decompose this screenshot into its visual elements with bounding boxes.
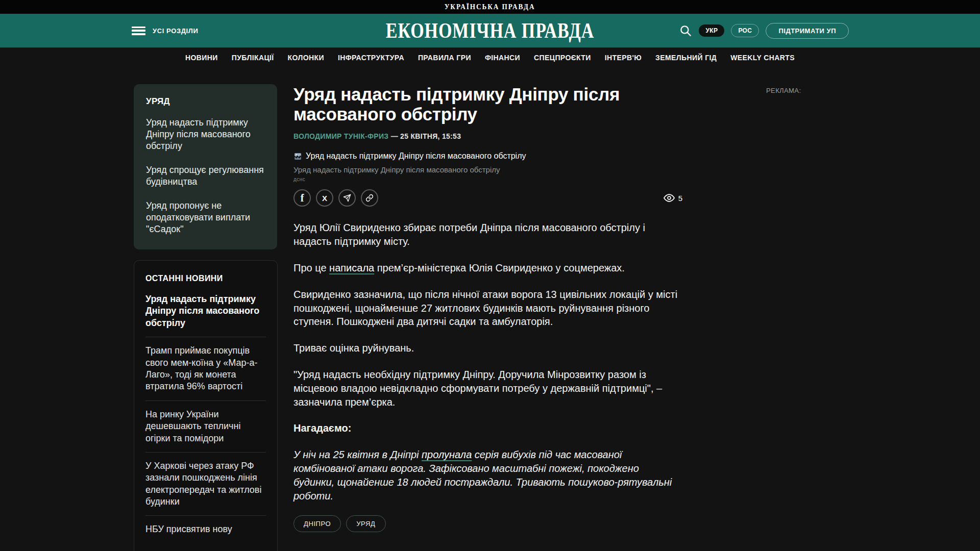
- latest-news-item[interactable]: НБУ присвятив нову: [145, 523, 266, 535]
- topic-item[interactable]: Уряд пропонує не оподатковувати виплати …: [146, 200, 265, 235]
- top-brand-bar: УКРАЇНСЬКА ПРАВДА: [0, 0, 980, 14]
- article-figure: Уряд надасть підтримку Дніпру після масо…: [293, 152, 682, 182]
- tags-row: ДНІПРО УРЯД: [293, 515, 682, 532]
- topic-box-title: УРЯД: [146, 96, 265, 107]
- article-paragraph: Свириденко зазначила, що після нічної ат…: [293, 288, 682, 329]
- ukrainska-pravda-link[interactable]: УКРАЇНСЬКА ПРАВДА: [445, 3, 535, 11]
- text-run: прем’єр-міністерка Юлія Свириденко у соц…: [374, 262, 625, 273]
- share-x-button[interactable]: X: [316, 189, 333, 207]
- header-actions: УКР РОС ПІДТРИМАТИ УП: [679, 14, 849, 47]
- article-paragraph: "Уряд надасть необхідну підтримку Дніпру…: [293, 368, 682, 409]
- latest-news-item[interactable]: У Харкові через атаку РФ зазнали пошкодж…: [145, 460, 266, 508]
- latest-news-item[interactable]: Трамп приймає покупців свого мем-коїна у…: [145, 345, 266, 393]
- nav-item-infrastruktura[interactable]: ІНФРАСТРУКТУРА: [338, 54, 404, 62]
- telegram-icon: [343, 194, 351, 202]
- link-icon: [365, 194, 374, 202]
- image-alt-text: Уряд надасть підтримку Дніпру після масо…: [306, 152, 526, 161]
- broken-image-row: Уряд надасть підтримку Дніпру після масо…: [293, 152, 682, 161]
- ad-label: РЕКЛАМА:: [766, 87, 801, 94]
- topic-box-uryad: УРЯД Уряд надасть підтримку Дніпру після…: [134, 84, 277, 249]
- page-content: УРЯД Уряд надасть підтримку Дніпру після…: [0, 68, 980, 551]
- article-paragraph: Триває оцінка руйнувань.: [293, 341, 682, 355]
- article-paragraph: Про це написала прем’єр-міністерка Юлія …: [293, 261, 682, 275]
- text-run: У ніч на 25 квітня в Дніпрі: [293, 449, 422, 460]
- article-paragraph: Уряд Юлії Свириденко збирає потреби Дніп…: [293, 221, 682, 248]
- divider: [145, 452, 266, 453]
- site-header: УСІ РОЗДІЛИ ЕКОНОМІЧНА ПРАВДА УКР РОС ПІ…: [0, 14, 980, 47]
- image-caption: Уряд надасть підтримку Дніпру після масо…: [293, 165, 682, 174]
- tag-dnipro[interactable]: ДНІПРО: [293, 515, 341, 532]
- article-byline: ВОЛОДИМИР ТУНІК-ФРИЗ — 25 КВІТНЯ, 15:53: [293, 132, 682, 140]
- facebook-icon: f: [301, 193, 304, 203]
- nav-item-publikatsii[interactable]: ПУБЛІКАЦІЇ: [232, 54, 274, 62]
- latest-news-item[interactable]: На ринку України дешевшають тепличні огі…: [145, 409, 266, 444]
- nav-item-zemelnyi-hid[interactable]: ЗЕМЕЛЬНИЙ ГІД: [655, 54, 717, 62]
- nav-item-weekly-charts[interactable]: WEEKLY CHARTS: [730, 54, 795, 62]
- latest-news-box: ОСТАННІ НОВИНИ Уряд надасть підтримку Дн…: [134, 260, 278, 551]
- nav-item-spetsproekty[interactable]: СПЕЦПРОЄКТИ: [534, 54, 591, 62]
- topic-item[interactable]: Уряд надасть підтримку Дніпру після масо…: [146, 117, 265, 152]
- nav-item-intervyu[interactable]: ІНТЕРВ'Ю: [605, 54, 642, 62]
- hamburger-menu-icon[interactable]: [132, 27, 145, 35]
- copy-link-button[interactable]: [361, 189, 378, 207]
- share-row: f X 5: [293, 189, 682, 207]
- lang-toggle-ukr[interactable]: УКР: [699, 24, 724, 37]
- support-up-button[interactable]: ПІДТРИМАТИ УП: [766, 23, 849, 39]
- article-paragraph: У ніч на 25 квітня в Дніпрі пролунала се…: [293, 448, 682, 503]
- divider: [145, 337, 266, 337]
- nav-item-kolonky[interactable]: КОЛОНКИ: [288, 54, 324, 62]
- broken-image-icon: [293, 152, 302, 161]
- share-telegram-button[interactable]: [338, 189, 356, 207]
- inline-link-prolunala[interactable]: пролунала: [422, 449, 472, 460]
- image-credit: дснс: [293, 177, 682, 182]
- article-reminder-label: Нагадаємо:: [293, 421, 682, 435]
- nav-item-pravyla-hry[interactable]: ПРАВИЛА ГРИ: [418, 54, 471, 62]
- eye-icon: [664, 192, 675, 204]
- author-link[interactable]: ВОЛОДИМИР ТУНІК-ФРИЗ: [293, 132, 388, 140]
- view-counter: 5: [664, 192, 682, 204]
- tag-uryad[interactable]: УРЯД: [346, 515, 385, 532]
- latest-news-item[interactable]: Уряд надасть підтримку Дніпру після масо…: [145, 293, 266, 329]
- view-count: 5: [678, 194, 682, 203]
- share-facebook-button[interactable]: f: [293, 189, 311, 207]
- nav-item-novyny[interactable]: НОВИНИ: [185, 54, 218, 62]
- all-sections-label: УСІ РОЗДІЛИ: [153, 27, 198, 35]
- text-run: Про це: [293, 262, 329, 273]
- topic-item[interactable]: Уряд спрощує регулювання будівництва: [146, 164, 265, 188]
- main-navigation: НОВИНИ ПУБЛІКАЦІЇ КОЛОНКИ ІНФРАСТРУКТУРА…: [0, 47, 980, 68]
- article: Уряд надасть підтримку Дніпру після масо…: [293, 84, 682, 532]
- search-icon[interactable]: [679, 24, 692, 37]
- all-sections-button[interactable]: УСІ РОЗДІЛИ: [132, 14, 198, 47]
- divider: [145, 515, 266, 516]
- x-twitter-icon: X: [322, 194, 327, 202]
- publish-date: — 25 КВІТНЯ, 15:53: [391, 132, 461, 140]
- article-title: Уряд надасть підтримку Дніпру після масо…: [293, 84, 682, 124]
- divider: [145, 400, 266, 401]
- inline-link-napysala[interactable]: написала: [329, 262, 374, 273]
- latest-news-title: ОСТАННІ НОВИНИ: [145, 274, 266, 283]
- lang-toggle-ros[interactable]: РОС: [731, 24, 759, 37]
- nav-item-finansy[interactable]: ФІНАНСИ: [485, 54, 520, 62]
- site-logo[interactable]: ЕКОНОМІЧНА ПРАВДА: [386, 18, 594, 43]
